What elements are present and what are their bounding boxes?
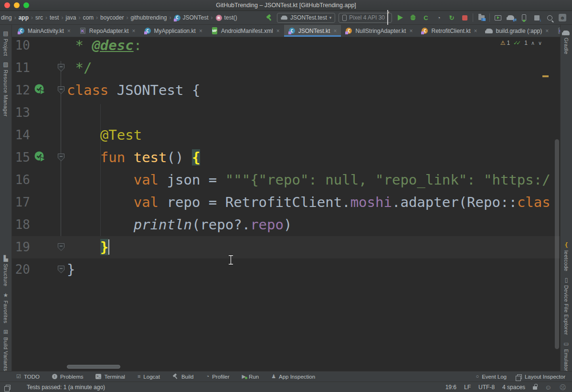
stripe-button-device-file-explorer[interactable]: ▯Device File Explorer xyxy=(563,277,569,335)
toolwindow-button-layout-inspector[interactable]: Layout Inspector xyxy=(517,374,565,380)
fold-marker-icon[interactable] xyxy=(57,243,65,253)
code-line-12[interactable]: 12class JSONTest { xyxy=(12,79,560,102)
breadcrumb-item-java[interactable]: java xyxy=(64,14,77,21)
tab-repoadapterkt[interactable]: KRepoAdapter.kt× xyxy=(75,25,140,37)
breadcrumb-item-boycoder[interactable]: boycoder xyxy=(99,14,125,21)
tab-retrofitclientkt[interactable]: CRetrofitClient.kt× xyxy=(417,25,481,37)
code-line-19[interactable]: 19 } xyxy=(12,236,560,258)
gray-face-icon[interactable]: ☹ xyxy=(559,384,566,391)
code-line-10[interactable]: 10 * @desc: xyxy=(12,37,560,57)
breadcrumb-item-jsontest[interactable]: CJSONTest xyxy=(173,14,210,21)
tab-jsontestkt[interactable]: CJSONTest.kt× xyxy=(284,25,341,37)
close-icon[interactable]: × xyxy=(276,28,280,34)
toolwindow-button-todo[interactable]: ☑TODO xyxy=(16,374,40,380)
next-problem-icon[interactable]: ∨ xyxy=(538,40,542,46)
fold-marker-icon[interactable] xyxy=(57,86,65,96)
code-line-20[interactable]: 20} xyxy=(12,258,560,281)
breadcrumb-item-test[interactable]: test xyxy=(49,14,60,21)
breadcrumb-item-com[interactable]: com xyxy=(82,14,95,21)
avd-manager-icon[interactable] xyxy=(493,13,503,22)
close-icon[interactable]: × xyxy=(545,28,549,34)
code-line-17[interactable]: 17 val repo = RetrofitClient.moshi.adapt… xyxy=(12,191,560,214)
close-window-button[interactable] xyxy=(4,2,10,8)
run-config-select[interactable]: JSONTest.test ▾ xyxy=(277,13,335,23)
code-line-15[interactable]: 15 fun test() { xyxy=(12,146,560,169)
toolwindow-button-event-log[interactable]: ○Event Log xyxy=(476,374,507,380)
stripe-button-resource-manager[interactable]: ▨Resource Manager xyxy=(3,62,9,116)
tab-a[interactable]: KA xyxy=(553,25,560,37)
code-line-13[interactable]: 13 xyxy=(12,102,560,124)
code-line-14[interactable]: 14 @Test xyxy=(12,124,560,146)
toolwindow-button-problems[interactable]: !Problems xyxy=(52,374,84,380)
code-token: test xyxy=(134,149,167,165)
run-test-icon[interactable] xyxy=(34,83,47,98)
run-button[interactable] xyxy=(395,13,405,22)
close-icon[interactable]: × xyxy=(333,28,337,34)
horizontal-scrollbar[interactable] xyxy=(67,365,120,369)
stripe-button-gradle[interactable]: Gradle xyxy=(563,31,570,54)
sdk-manager-icon[interactable] xyxy=(532,13,541,22)
code-line-16[interactable]: 16 val json = """{"repo": null, "repo_li… xyxy=(12,169,560,191)
breadcrumb-item-ding[interactable]: ding xyxy=(0,14,13,21)
tab-buildgradleapp[interactable]: build.gradle (:app)× xyxy=(482,25,553,37)
zoom-window-button[interactable] xyxy=(23,2,29,8)
close-icon[interactable]: × xyxy=(474,28,477,34)
vertical-scrollbar[interactable] xyxy=(555,139,559,349)
close-icon[interactable]: × xyxy=(199,28,202,34)
toolwindow-button-build[interactable]: Build xyxy=(172,373,194,380)
tab-mainactivitykt[interactable]: CMainActivity.kt× xyxy=(13,25,75,37)
caret-position[interactable]: 19:6 xyxy=(445,384,456,391)
toolwindow-button-profiler[interactable]: ◔Profiler xyxy=(206,374,229,380)
breadcrumb-item-githubtrending[interactable]: githubtrending xyxy=(129,14,168,21)
avatar[interactable]: ☻ xyxy=(558,13,567,22)
close-icon[interactable]: × xyxy=(409,28,413,34)
inspection-widget[interactable]: ⚠ 1 ✓✓ 1 ∧ ∨ xyxy=(500,40,542,46)
code-line-18[interactable]: 18 println(repo?.repo) xyxy=(12,214,560,236)
stripe-button-build-variants[interactable]: ⊞Build Variants xyxy=(3,329,9,371)
close-icon[interactable]: × xyxy=(132,28,136,34)
minimize-window-button[interactable] xyxy=(14,2,20,8)
stripe-button-structure[interactable]: ▙Structure xyxy=(3,256,9,286)
code-editor[interactable]: 10 * @desc:11 */12class JSONTest {1314 @… xyxy=(12,37,560,371)
device-connect-icon[interactable] xyxy=(519,13,529,22)
warning-stripe-mark[interactable] xyxy=(542,75,549,77)
tab-myapplicationkt[interactable]: CMyApplication.kt× xyxy=(140,25,207,37)
toolwindow-button-run[interactable]: ▶Run xyxy=(242,374,259,380)
stop-button[interactable] xyxy=(460,13,469,22)
search-everywhere-icon[interactable] xyxy=(545,13,554,22)
stripe-button-leetcode[interactable]: {leetcode xyxy=(563,242,569,271)
fold-marker-icon[interactable] xyxy=(57,153,65,164)
profile-button[interactable]: C xyxy=(421,13,431,22)
tab-nullstringadapterkt[interactable]: CNullStringAdapter.kt× xyxy=(341,25,417,37)
highlighting-level-icon[interactable]: ☺ xyxy=(545,384,551,391)
run-test-icon[interactable] xyxy=(34,151,47,165)
breadcrumb-item-src[interactable]: src xyxy=(34,14,44,21)
stripe-button-project[interactable]: ▤Project xyxy=(3,31,9,56)
lock-icon[interactable] xyxy=(533,386,537,390)
fold-marker-icon[interactable] xyxy=(57,265,65,276)
previous-problem-icon[interactable]: ∧ xyxy=(531,40,535,46)
profiler-gauge-icon[interactable]: ◔ xyxy=(434,13,444,22)
toolwindow-button-logcat[interactable]: ≡Logcat xyxy=(138,374,160,380)
tab-androidmanifestxml[interactable]: MFAndroidManifest.xml× xyxy=(207,25,284,37)
breadcrumb-item-test[interactable]: mtest() xyxy=(214,14,238,21)
toolwindow-button-terminal[interactable]: >_Terminal xyxy=(95,374,125,380)
file-encoding[interactable]: UTF-8 xyxy=(478,384,495,391)
profile-reload-button[interactable]: ↻ xyxy=(447,13,456,22)
fold-marker-icon[interactable] xyxy=(57,63,65,74)
stripe-button-emulator[interactable]: ▭Emulator xyxy=(563,341,569,371)
device-select[interactable]: Pixel 4 API 30 ▾ xyxy=(339,13,392,23)
stripe-button-favorites[interactable]: ★Favorites xyxy=(3,292,9,323)
build-hammer-icon[interactable] xyxy=(264,13,274,22)
tool-windows-toggle-icon[interactable] xyxy=(6,385,11,390)
indent-setting[interactable]: 4 spaces xyxy=(502,384,525,391)
gradle-sync-icon[interactable] xyxy=(506,13,516,22)
toolwindow-button-app-inspection[interactable]: ♟App Inspection xyxy=(271,374,315,380)
code-line-11[interactable]: 11 */ xyxy=(12,57,560,79)
device-manager-icon[interactable] xyxy=(477,13,486,22)
debug-button[interactable] xyxy=(408,13,418,22)
code-text: * @desc: xyxy=(67,37,142,57)
close-icon[interactable]: × xyxy=(67,28,71,34)
breadcrumb-item-app[interactable]: app xyxy=(18,14,30,21)
line-separator[interactable]: LF xyxy=(464,384,471,391)
